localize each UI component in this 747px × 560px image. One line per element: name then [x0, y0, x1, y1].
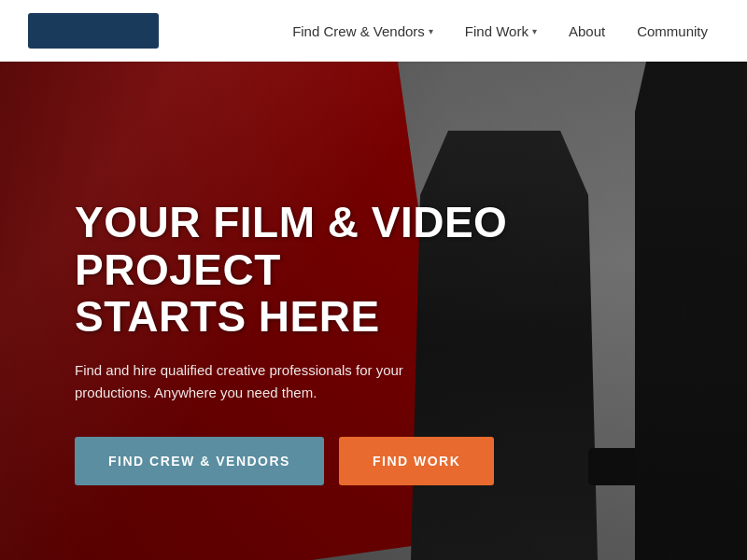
nav-about[interactable]: About — [557, 16, 616, 47]
find-crew-button[interactable]: FIND CREW & VENDORS — [75, 437, 324, 485]
hero-buttons: FIND CREW & VENDORS FIND WORK — [75, 437, 560, 485]
nav-links: Find Crew & Vendors ▾ Find Work ▾ About … — [281, 16, 719, 47]
logo[interactable] — [28, 13, 159, 49]
nav-find-work[interactable]: Find Work ▾ — [454, 16, 548, 47]
hero-content: YOUR FILM & VIDEO PROJECT STARTS HERE Fi… — [75, 199, 560, 485]
chevron-down-icon: ▾ — [429, 26, 433, 36]
hero-title: YOUR FILM & VIDEO PROJECT STARTS HERE — [75, 199, 560, 341]
hero-subtitle: Find and hire qualified creative profess… — [75, 359, 448, 404]
find-work-button[interactable]: FIND WORK — [339, 437, 494, 485]
nav-community[interactable]: Community — [626, 16, 719, 47]
hero-section: YOUR FILM & VIDEO PROJECT STARTS HERE Fi… — [0, 62, 747, 560]
chevron-down-icon: ▾ — [532, 26, 537, 36]
navbar: Find Crew & Vendors ▾ Find Work ▾ About … — [0, 0, 747, 62]
nav-find-crew[interactable]: Find Crew & Vendors ▾ — [281, 16, 444, 47]
